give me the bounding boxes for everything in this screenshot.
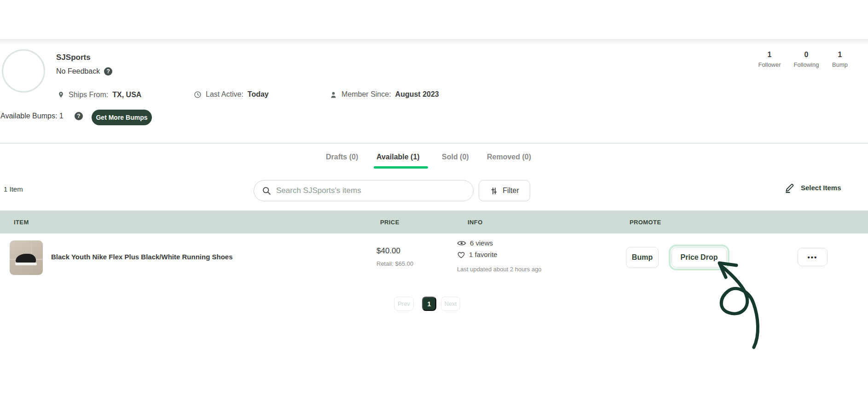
pencil-edit-icon [784, 181, 796, 193]
heart-icon [457, 251, 465, 258]
section-divider [0, 143, 868, 144]
last-active-label: Last Active: [206, 90, 243, 99]
last-active-value: Today [248, 90, 269, 99]
header-promote: PROMOTE [630, 219, 661, 226]
feedback-label: No Feedback [56, 67, 100, 76]
avatar [2, 49, 45, 93]
tab-removed[interactable]: Removed (0) [487, 153, 531, 161]
item-thumbnail[interactable] [10, 240, 43, 275]
more-options-button[interactable]: ••• [798, 248, 827, 266]
favorites-row: 1 favorite [457, 251, 498, 258]
search-icon [262, 186, 272, 196]
bump-count: 1 [827, 51, 853, 59]
filter-button[interactable]: Filter [479, 180, 530, 201]
bumps-help-icon[interactable]: ? [75, 112, 83, 120]
select-items-label: Select Items [801, 184, 841, 192]
select-items-button[interactable]: Select Items [784, 181, 841, 193]
pagination-prev-button[interactable]: Prev [394, 297, 414, 311]
follower-label: Follower [753, 61, 786, 68]
item-title[interactable]: Black Youth Nike Flex Plus Black/White R… [51, 253, 233, 261]
favorites-count: 1 favorite [469, 251, 498, 258]
annotation-arrow-icon [708, 258, 791, 355]
shoe-image [16, 254, 36, 263]
bump-button[interactable]: Bump [626, 247, 659, 268]
price-drop-button[interactable]: Price Drop [671, 247, 727, 268]
ships-from-label: Ships From: [69, 91, 108, 99]
bump-label: Bump [827, 61, 853, 68]
views-count: 6 views [470, 239, 493, 247]
header-info: INFO [468, 219, 483, 226]
clock-icon [194, 91, 202, 99]
filter-sliders-icon [490, 187, 498, 195]
follower-count: 1 [753, 51, 786, 59]
location-pin-icon [58, 90, 64, 99]
last-active: Last Active: Today [194, 90, 269, 99]
stat-follower[interactable]: 1 Follower [753, 51, 786, 68]
profile-stats: 1 Follower 0 Following 1 Bump [753, 51, 853, 68]
member-since-value: August 2023 [395, 90, 439, 99]
tab-sold[interactable]: Sold (0) [442, 153, 469, 161]
eye-icon [457, 240, 466, 246]
item-count: 1 Item [4, 185, 23, 193]
seller-name: SJSports [56, 53, 91, 62]
pagination-page-1[interactable]: 1 [422, 297, 436, 311]
tab-drafts[interactable]: Drafts (0) [326, 153, 358, 161]
member-since-label: Member Since: [341, 90, 391, 99]
member-since: Member Since: August 2023 [330, 90, 439, 99]
card-top-shadow [0, 39, 868, 45]
ships-from: Ships From: TX, USA [58, 90, 141, 99]
table-header: ITEM PRICE INFO PROMOTE [0, 210, 868, 234]
feedback-help-icon[interactable]: ? [104, 67, 112, 76]
header-price: PRICE [380, 219, 399, 226]
ships-from-value: TX, USA [112, 91, 141, 99]
search-box [254, 180, 474, 201]
stat-following[interactable]: 0 Following [786, 51, 827, 68]
pagination-next-button[interactable]: Next [441, 297, 460, 311]
tab-available[interactable]: Available (1) [376, 153, 420, 161]
active-tab-underline [374, 166, 428, 169]
search-input[interactable] [276, 186, 473, 195]
get-more-bumps-button[interactable]: Get More Bumps [92, 110, 152, 125]
available-bumps-label: Available Bumps: 1 [0, 112, 64, 120]
stat-bump[interactable]: 1 Bump [827, 51, 853, 68]
following-count: 0 [786, 51, 827, 59]
filter-label: Filter [503, 187, 519, 195]
feedback-row: No Feedback ? [56, 67, 112, 76]
seller-dashboard-page: SJSports No Feedback ? 1 Follower 0 Foll… [0, 0, 868, 409]
person-icon [330, 91, 337, 99]
header-item: ITEM [14, 219, 29, 226]
views-row: 6 views [457, 239, 493, 247]
following-label: Following [786, 61, 827, 68]
item-price: $40.00 [376, 246, 400, 256]
shoe-sole-image [15, 263, 37, 265]
last-updated: Last updated about 2 hours ago [457, 266, 542, 273]
item-retail-price: Retail: $65.00 [376, 260, 413, 267]
